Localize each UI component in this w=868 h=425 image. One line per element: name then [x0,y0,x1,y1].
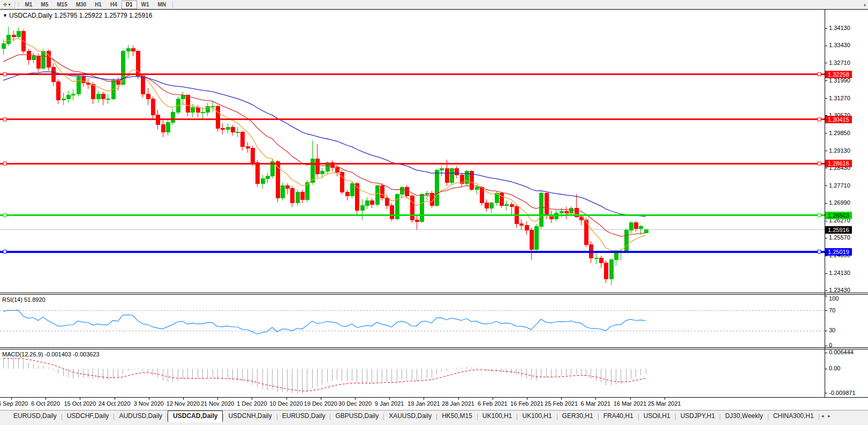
date-axis-label: 9 Jan 2021 [375,400,404,407]
axis-tick [825,221,827,221]
axis-tick [825,238,827,238]
pane-separator[interactable] [0,293,868,293]
timeframe-button-d1[interactable]: D1 [122,1,137,9]
date-tick [149,398,149,400]
tab-usoil-h1[interactable]: USOil,H1 [639,411,675,422]
dropdown-caret-icon[interactable]: ▾ [8,2,12,7]
price-axis-label: 1.26990 [829,199,850,206]
chart-tabs-bar: EURUSD,DailyUSDCHF,DailyAUDUSD,DailyUSDC… [0,410,868,425]
hline-handle[interactable] [818,162,821,165]
date-tick [595,398,596,400]
axis-top-marker-icon[interactable]: ▴ [864,2,868,7]
scroll-right-icon[interactable]: ▸ [826,411,833,419]
macd-pane[interactable] [0,349,825,397]
tab-uk100-h1[interactable]: UK100,H1 [517,411,556,422]
axis-tick [825,203,827,204]
hline-handle[interactable] [3,118,6,121]
timeframe-button-w1[interactable]: W1 [137,1,154,9]
hline-handle[interactable] [818,73,821,76]
hline-handle[interactable] [3,162,6,165]
macd-axis-label: -0.009871 [829,390,856,396]
toolbar-grip-icon[interactable]: ⁞⁞ [18,2,18,8]
price-axis-label: 1.34130 [829,25,850,31]
tab-usdcad-daily[interactable]: USDCAD,Daily [168,411,223,422]
pane-separator[interactable] [0,347,868,348]
tab-gbpusd-daily[interactable]: GBPUSD,Daily [330,411,383,422]
date-tick [630,398,631,400]
price-axis-label: 1.29130 [829,147,850,154]
macd-signal-line [3,359,646,391]
timeframe-button-h4[interactable]: H4 [106,1,122,9]
price-level-chip: 1.25916 [825,226,852,234]
date-axis-label: 25 Feb 2021 [545,400,578,407]
axis-tick [825,310,827,311]
tab-eurusd-daily[interactable]: EURUSD,Daily [9,411,62,422]
mt4-chart-window: ✛ ▾ ⁞⁞ M1M5M15M30H1H4D1W1MN ▴ ▼USDCAD,Da… [0,0,868,425]
axis-tick [825,46,827,46]
rsi-pane[interactable] [0,295,825,347]
axis-tick [825,151,827,151]
timeframe-button-m1[interactable]: M1 [20,1,36,9]
crosshair-tool-icon[interactable]: ✛ [0,2,8,8]
tab-dj30-weekly[interactable]: DJ30,Weekly [720,411,767,422]
timeframe-button-mn[interactable]: MN [154,1,171,9]
scroll-left-icon[interactable]: ◂ [819,411,826,419]
tab-hk50-m15[interactable]: HK50,M15 [437,411,477,422]
ma-mid-line [3,55,646,236]
tab-ger30-h1[interactable]: GER30,H1 [557,411,598,422]
axis-tick [825,133,827,133]
date-tick [46,398,46,400]
tab-usdcnh-daily[interactable]: USDCNH,Daily [223,411,276,422]
tab-uk100-h1[interactable]: UK100,H1 [478,411,517,422]
price-level-chip: 1.32258 [825,71,852,78]
hline-handle[interactable] [818,250,821,253]
hline-handle[interactable] [818,214,821,217]
date-axis-label: 6 Oct 2020 [31,400,60,407]
collapse-arrow-icon[interactable]: ▼ [3,13,9,18]
date-tick [11,398,12,400]
toolbar-separator [172,1,173,8]
tab-fra40-h1[interactable]: FRA40,H1 [599,411,638,422]
price-axis[interactable]: 1.341301.334301.327101.319901.312701.305… [825,9,868,397]
hline-handle[interactable] [3,73,6,76]
macd-axis-label: 0.006444 [829,349,854,355]
price-level-chip: 1.26503 [825,212,852,219]
axis-tick [825,256,827,256]
axis-tick [825,369,827,369]
date-axis-label: 21 Nov 2020 [201,400,234,407]
timeframe-buttons: M1M5M15M30H1H4D1W1MN [20,1,170,9]
date-axis-label: 1 Dec 2020 [237,400,267,407]
date-axis-label: 19 Jan 2021 [407,400,440,407]
date-axis[interactable]: 26 Sep 20206 Oct 202015 Oct 202024 Oct 2… [0,398,825,410]
date-axis-label: 15 Oct 2020 [64,400,96,407]
rsi-axis-label: 0 [829,342,832,348]
hline-handle[interactable] [3,214,6,217]
tab-xauusd-daily[interactable]: XAUUSD,Daily [384,411,436,422]
date-axis-label: 3 Nov 2020 [134,400,164,407]
timeframe-button-h1[interactable]: H1 [90,1,106,9]
date-tick [561,398,562,400]
timeframe-button-m30[interactable]: M30 [72,1,90,9]
hline-handle[interactable] [3,250,6,253]
date-tick [493,398,493,400]
hline-handle[interactable] [818,118,821,121]
axis-tick [825,185,827,186]
tab-audusd-daily[interactable]: AUDUSD,Daily [114,411,167,422]
timeframe-button-m5[interactable]: M5 [36,1,52,9]
date-axis-label: 6 Feb 2021 [478,400,508,407]
rsi-label: RSI(14) 51.8920 [2,296,46,303]
price-axis-label: 1.24130 [829,270,850,276]
tab-eurusd-daily[interactable]: EURUSD,Daily [277,411,330,422]
price-axis-label: 1.27710 [829,182,850,189]
timeframe-button-m15[interactable]: M15 [52,1,71,9]
tab-usdchf-daily[interactable]: USDCHF,Daily [62,411,114,422]
price-axis-label: 1.31270 [829,95,850,101]
rsi-axis-label: 100 [829,295,839,302]
tab-usdjpy-h1[interactable]: USDJPY,H1 [676,411,720,422]
date-axis-label: 16 Mar 2021 [614,400,647,407]
main-chart-pane[interactable] [0,9,825,293]
date-tick [183,398,184,400]
timeframe-toolbar: ✛ ▾ ⁞⁞ M1M5M15M30H1H4D1W1MN ▴ [0,0,868,9]
tab-china300-h1[interactable]: CHINA300,H1 [768,411,819,422]
rsi-axis-label: 70 [829,307,835,314]
